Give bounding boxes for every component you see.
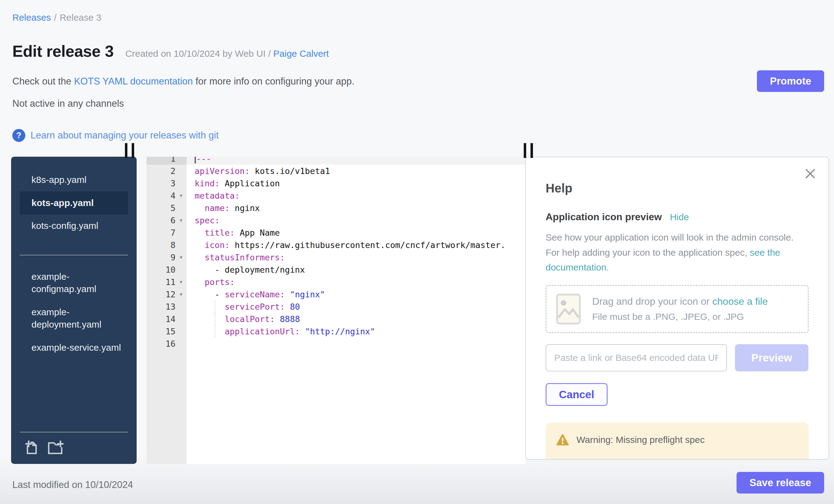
question-circle-icon[interactable]: ? (12, 129, 25, 142)
dropzone-text: Drag and drop your icon or choose a file… (592, 296, 768, 322)
code-text: statusInformers: (186, 251, 525, 263)
image-placeholder-icon (556, 293, 581, 325)
created-info: Created on 10/10/2024 by Web UI / Paige … (125, 48, 329, 59)
line-number: 10 (147, 265, 175, 275)
code-line-9[interactable]: 9▾ statusInformers: (147, 251, 525, 263)
code-line-6[interactable]: 6▾spec: (147, 214, 525, 226)
code-text: localPort: 8888 (186, 313, 525, 325)
line-number: 16 (147, 339, 175, 349)
yaml-editor[interactable]: 1---2apiVersion: kots.io/v1beta13kind: A… (147, 157, 525, 464)
intro-pre: Check out the (12, 76, 74, 87)
fold-arrow-icon[interactable]: ▾ (175, 254, 186, 261)
gutter-cell: 11▾ (147, 276, 186, 288)
page-title: Edit release 3 (12, 42, 113, 61)
file-label: example-service.yaml (31, 342, 121, 354)
line-number: 4 (147, 191, 175, 200)
fold-arrow-icon[interactable]: ▾ (175, 279, 186, 285)
icon-url-input[interactable] (546, 344, 727, 371)
preview-button[interactable]: Preview (735, 344, 808, 371)
code-line-15[interactable]: 15 applicationUrl: "http://nginx" (147, 325, 525, 337)
promote-button[interactable]: Promote (757, 70, 824, 92)
line-number: 2 (147, 166, 175, 176)
add-file-icon[interactable] (25, 440, 39, 455)
gutter-cell: 2 (147, 165, 186, 177)
code-text: - deployment/nginx (186, 263, 525, 276)
code-line-3[interactable]: 3kind: Application (147, 177, 525, 190)
code-line-4[interactable]: 4▾metadata: (147, 190, 525, 202)
dropzone-file-types: File must be a .PNG, .JPEG, or .JPG (592, 311, 768, 322)
icon-dropzone[interactable]: Drag and drop your icon or choose a file… (546, 285, 809, 333)
code-text: spec: (186, 214, 525, 226)
help-resize-handle[interactable] (524, 143, 533, 158)
gutter-cell: 16 (147, 337, 186, 350)
hide-link[interactable]: Hide (670, 212, 689, 222)
add-folder-icon[interactable] (47, 440, 64, 455)
warning-triangle-icon (556, 434, 569, 446)
sidebar-divider (20, 255, 128, 256)
line-number: 13 (147, 302, 175, 311)
code-text: applicationUrl: "http://nginx" (186, 325, 525, 337)
fold-arrow-icon[interactable]: ▾ (175, 217, 186, 224)
code-line-8[interactable]: 8 icon: https://raw.githubusercontent.co… (147, 239, 525, 251)
code-text: apiVersion: kots.io/v1beta1 (186, 165, 525, 177)
sidebar-resize-handle[interactable] (125, 143, 134, 158)
code-line-12[interactable]: 12▾ - serviceName: "nginx" (147, 288, 525, 301)
icon-preview-section-header: Application icon preview Hide (546, 211, 809, 223)
code-line-1[interactable]: 1--- (147, 157, 525, 165)
gutter-cell: 6▾ (147, 214, 186, 226)
close-icon[interactable] (805, 168, 816, 179)
fold-arrow-icon[interactable]: ▾ (175, 193, 186, 199)
gutter-cell: 8 (147, 239, 186, 251)
code-text: icon: https://raw.githubusercontent.com/… (186, 239, 525, 251)
code-text: name: nginx (186, 202, 525, 214)
code-text: --- (186, 157, 525, 165)
code-line-7[interactable]: 7 title: App Name (147, 226, 525, 239)
intro-post: for more info on configuring your app. (193, 76, 354, 87)
kots-yaml-docs-link[interactable]: KOTS YAML documentation (74, 76, 193, 87)
gutter-cell: 12▾ (147, 288, 186, 301)
code-line-5[interactable]: 5 name: nginx (147, 202, 525, 214)
code-line-16[interactable]: 16 (147, 337, 525, 350)
sidebar-item-k8s-app.yaml[interactable]: k8s-app.yaml (20, 169, 128, 192)
cancel-button[interactable]: Cancel (546, 383, 608, 406)
intro-line: Check out the KOTS YAML documentation fo… (12, 76, 354, 87)
created-author-link[interactable]: Paige Calvert (273, 48, 329, 59)
learn-how-to-configure-link[interactable]: Learn how to configure (673, 459, 776, 460)
sidebar-item-example-deployment.yaml[interactable]: example-deployment.yaml (20, 301, 128, 336)
choose-file-link[interactable]: choose a file (712, 296, 768, 307)
breadcrumb-current: Release 3 (60, 12, 101, 23)
sidebar-item-example-service.yaml[interactable]: example-service.yaml (20, 336, 128, 359)
line-number: 7 (147, 228, 175, 238)
code-line-2[interactable]: 2apiVersion: kots.io/v1beta1 (147, 165, 525, 177)
text-cursor (195, 157, 196, 163)
line-number: 14 (147, 314, 175, 324)
file-label: example-deployment.yaml (31, 306, 124, 331)
line-number: 8 (147, 240, 175, 250)
code-line-13[interactable]: 13 servicePort: 80 (147, 301, 525, 313)
sidebar-item-kots-config.yaml[interactable]: kots-config.yaml (20, 214, 128, 238)
code-text: metadata: (186, 190, 525, 202)
sidebar-item-example-configmap.yaml[interactable]: example-configmap.yaml (20, 265, 128, 301)
learn-releases-row: ? Learn about managing your releases wit… (12, 129, 219, 142)
sidebar-bottom (11, 426, 137, 458)
help-panel: Help Application icon preview Hide See h… (525, 157, 829, 460)
code-text: servicePort: 80 (186, 301, 525, 313)
breadcrumb-releases-link[interactable]: Releases (12, 12, 51, 23)
code-line-14[interactable]: 14 localPort: 8888 (147, 313, 525, 325)
sidebar-item-kots-app.yaml[interactable]: kots-app.yaml (20, 192, 128, 215)
save-release-button[interactable]: Save release (737, 472, 824, 494)
fold-arrow-icon[interactable]: ▾ (175, 291, 186, 298)
code-line-10[interactable]: 10 - deployment/nginx (147, 263, 525, 276)
line-number: 1 (147, 157, 175, 163)
breadcrumb: Releases/Release 3 (12, 12, 102, 23)
line-number: 9 (147, 253, 175, 262)
code-line-11[interactable]: 11▾ ports: (147, 276, 525, 288)
title-row: Edit release 3 Created on 10/10/2024 by … (12, 42, 329, 61)
channel-status: Not active in any channels (12, 98, 124, 109)
icon-preview-title: Application icon preview (546, 211, 662, 223)
learn-releases-link[interactable]: Learn about managing your releases with … (30, 130, 219, 141)
icon-preview-description: See how your application icon will look … (546, 230, 809, 275)
line-number: 15 (147, 327, 175, 336)
code-text: - serviceName: "nginx" (186, 288, 525, 301)
preflight-warning-box: Warning: Missing preflight spec Warning … (546, 422, 809, 460)
